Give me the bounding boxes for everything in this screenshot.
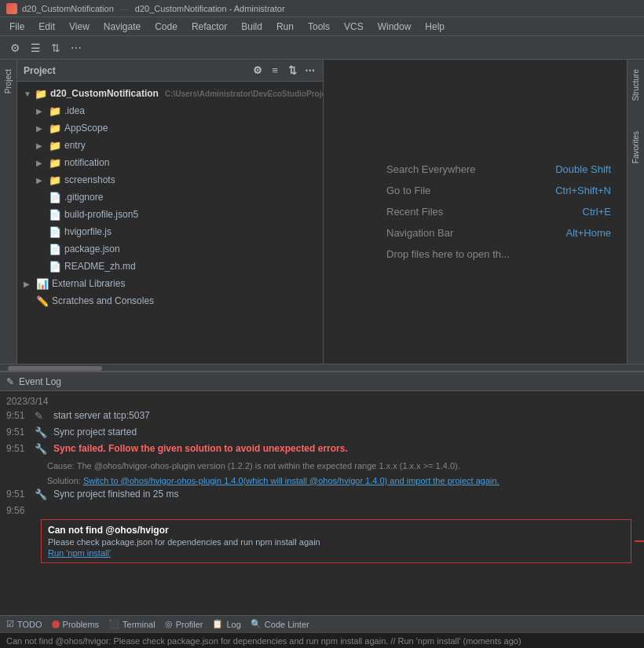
- menu-item-run[interactable]: Run: [270, 20, 300, 34]
- event-log: ✎ Event Log 2023/3/14 9:51 ✎ start serve…: [0, 372, 644, 615]
- log-entry-2: 9:51 🔧 Sync project started: [6, 427, 638, 438]
- status-profiler[interactable]: ◎ Profiler: [165, 619, 203, 629]
- log-solution-link[interactable]: Switch to @ohos/hvigor-ohos-plugin 1.4.0…: [83, 476, 499, 485]
- ext-lib-label: External Libraries: [52, 278, 125, 289]
- sidebar: Project ⚙ ≡ ⇅ ⋯ ▼ 📁 d20_CustomNotificati…: [17, 60, 324, 364]
- status-log[interactable]: 📋 Log: [212, 619, 240, 629]
- hvigorfile-icon: 📄: [49, 226, 61, 238]
- menu-item-navigate[interactable]: Navigate: [97, 20, 147, 34]
- toolbar: ⚙ ☰ ⇅ ⋯: [0, 36, 644, 60]
- status-todo[interactable]: ☑ TODO: [6, 619, 42, 629]
- error-box-link[interactable]: Run 'npm install': [48, 548, 624, 558]
- log-time-2: 9:51: [6, 427, 28, 437]
- readme-label: README_zh.md: [64, 261, 136, 272]
- shortcut-recent-key: Ctrl+E: [583, 206, 611, 218]
- left-tabs: Project: [0, 60, 17, 364]
- profiler-label: Profiler: [176, 620, 203, 629]
- drop-label: Drop files here to open th...: [386, 248, 510, 260]
- sidebar-gear-icon[interactable]: ⋯: [302, 64, 317, 78]
- error-box-time: 9:56: [6, 505, 28, 516]
- sidebar-header: Project ⚙ ≡ ⇅ ⋯: [17, 60, 323, 82]
- terminal-icon: ⬛: [108, 619, 119, 629]
- window-title: d20_CustomNotification - Administrator: [135, 4, 285, 13]
- error-box-title: Can not find @ohos/hvigor: [48, 525, 624, 536]
- tree-item-entry[interactable]: ▶ 📁 entry: [17, 137, 323, 154]
- menu-item-vcs[interactable]: VCS: [338, 20, 370, 34]
- screenshots-arrow: ▶: [36, 176, 46, 185]
- root-arrow: ▼: [24, 90, 31, 98]
- menu-bar: FileEditViewNavigateCodeRefactorBuildRun…: [0, 17, 644, 36]
- status-bar: ☑ TODO Problems ⬛ Terminal ◎ Profiler 📋 …: [0, 615, 644, 632]
- shortcut-search-key: Double Shift: [555, 163, 611, 175]
- tree-item-notification[interactable]: ▶ 📁 notification: [17, 154, 323, 171]
- log-text-4: Sync project finished in 25 ms: [53, 489, 638, 500]
- right-tabs: Structure Favorites: [627, 60, 644, 364]
- scrollbar-thumb[interactable]: [8, 366, 102, 371]
- shortcut-goto: Go to File Ctrl+Shift+N: [386, 185, 611, 196]
- menu-item-refactor[interactable]: Refactor: [185, 20, 233, 34]
- status-problems[interactable]: Problems: [52, 620, 99, 629]
- bottom-message-bar: Can not find @ohos/hvigor: Please check …: [0, 632, 644, 648]
- menu-item-build[interactable]: Build: [235, 20, 269, 34]
- sort-icon[interactable]: ⇅: [47, 39, 64, 57]
- tree-item-appscope[interactable]: ▶ 📁 AppScope: [17, 119, 323, 137]
- shortcut-recent-label: Recent Files: [386, 206, 576, 218]
- tree-item-build-profile[interactable]: ▶ 📄 build-profile.json5: [17, 206, 323, 223]
- gitignore-label: .gitignore: [64, 192, 103, 203]
- tree-item-package-json[interactable]: ▶ 📄 package.json: [17, 240, 323, 258]
- menu-item-code[interactable]: Code: [148, 20, 184, 34]
- notification-arrow: ▶: [36, 159, 46, 167]
- tree-item-gitignore[interactable]: ▶ 📄 .gitignore: [17, 189, 323, 206]
- linter-icon: 🔍: [251, 619, 262, 629]
- status-linter[interactable]: 🔍 Code Linter: [251, 619, 309, 629]
- log-entry-4: 9:51 🔧 Sync project finished in 25 ms: [6, 489, 638, 500]
- sidebar-expand-icon[interactable]: ⇅: [285, 64, 299, 78]
- log-time-3: 9:51: [6, 443, 28, 454]
- shortcut-search: Search Everywhere Double Shift: [386, 163, 611, 175]
- idea-icon: 📁: [49, 105, 61, 117]
- appscope-icon: 📁: [49, 123, 61, 134]
- tree-item-scratches[interactable]: ▶ ✏️ Scratches and Consoles: [17, 292, 323, 309]
- entry-label: entry: [64, 140, 86, 151]
- menu-item-window[interactable]: Window: [371, 20, 418, 34]
- notification-label: notification: [64, 157, 109, 168]
- problems-dot: [52, 621, 60, 628]
- profiler-icon: ◎: [165, 619, 173, 629]
- project-tab[interactable]: Project: [2, 63, 14, 100]
- tree-item-external-libraries[interactable]: ▶ 📊 External Libraries: [17, 275, 323, 292]
- tree-item-idea[interactable]: ▶ 📁 .idea: [17, 102, 323, 119]
- shortcut-navbar-key: Alt+Home: [566, 227, 611, 239]
- gitignore-icon: 📄: [49, 192, 61, 203]
- readme-icon: 📄: [49, 261, 61, 273]
- sidebar-settings-icon[interactable]: ⚙: [251, 64, 265, 78]
- menu-item-help[interactable]: Help: [419, 20, 451, 34]
- build-profile-label: build-profile.json5: [64, 209, 138, 220]
- favorites-tab[interactable]: Favorites: [630, 125, 642, 170]
- status-terminal[interactable]: ⬛ Terminal: [108, 619, 156, 629]
- options-icon[interactable]: ⋯: [68, 39, 85, 57]
- title-bar: d20_CustomNotification — d20_CustomNotif…: [0, 0, 644, 17]
- log-date: 2023/3/14: [6, 396, 638, 407]
- todo-icon: ☑: [6, 619, 14, 629]
- red-arrow-indicator: [635, 533, 644, 549]
- tree-item-screenshots[interactable]: ▶ 📁 screenshots: [17, 171, 323, 189]
- settings-icon[interactable]: ⚙: [6, 39, 24, 57]
- log-icon-4: 🔧: [35, 489, 47, 500]
- shortcut-recent: Recent Files Ctrl+E: [386, 206, 611, 218]
- list-icon[interactable]: ☰: [27, 39, 44, 57]
- menu-item-tools[interactable]: Tools: [302, 20, 336, 34]
- tree-root[interactable]: ▼ 📁 d20_CustomNotification C:\Users\Admi…: [17, 85, 323, 102]
- menu-item-view[interactable]: View: [63, 20, 96, 34]
- tree-item-hvigorfile[interactable]: ▶ 📄 hvigorfile.js: [17, 223, 323, 240]
- shortcut-goto-key: Ctrl+Shift+N: [555, 185, 611, 196]
- menu-item-file[interactable]: File: [3, 20, 31, 34]
- menu-item-edit[interactable]: Edit: [32, 20, 61, 34]
- sidebar-list-icon[interactable]: ≡: [268, 64, 282, 78]
- structure-tab[interactable]: Structure: [630, 63, 642, 108]
- drop-label-row: Drop files here to open th...: [386, 248, 611, 260]
- event-log-content: 2023/3/14 9:51 ✎ start server at tcp:503…: [0, 391, 644, 615]
- tree-item-readme[interactable]: ▶ 📄 README_zh.md: [17, 258, 323, 275]
- linter-label: Code Linter: [265, 620, 309, 629]
- package-json-label: package.json: [64, 243, 120, 254]
- log-icon-1: ✎: [35, 410, 47, 422]
